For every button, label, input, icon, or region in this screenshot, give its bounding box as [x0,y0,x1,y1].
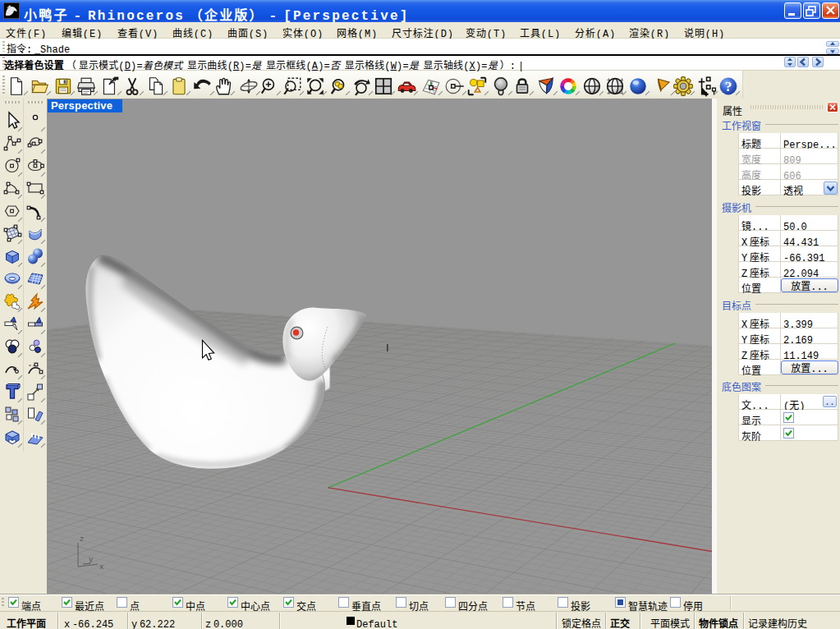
svg-text:?: ? [725,79,732,94]
svg-text:x: x [99,563,103,572]
svg-text:z: z [80,535,84,544]
svg-text:y: y [89,556,94,564]
